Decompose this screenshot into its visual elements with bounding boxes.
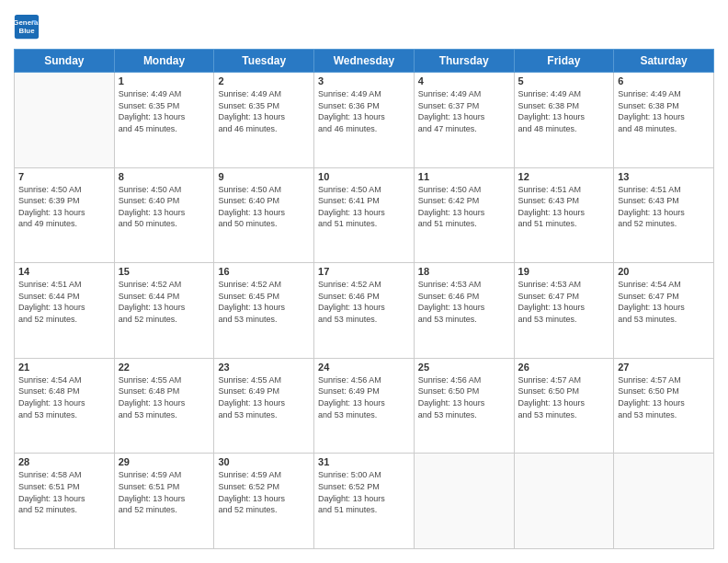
- cell-info: Sunrise: 4:52 AM Sunset: 6:44 PM Dayligh…: [119, 279, 210, 325]
- calendar-week-row: 7Sunrise: 4:50 AM Sunset: 6:39 PM Daylig…: [15, 167, 714, 263]
- page: General Blue SundayMondayTuesdayWednesda…: [0, 0, 728, 563]
- calendar-cell: 14Sunrise: 4:51 AM Sunset: 6:44 PM Dayli…: [15, 263, 115, 359]
- cell-info: Sunrise: 4:56 AM Sunset: 6:50 PM Dayligh…: [418, 374, 510, 420]
- calendar-day-header: Monday: [114, 50, 214, 73]
- calendar-day-header: Wednesday: [314, 50, 415, 73]
- cell-info: Sunrise: 4:56 AM Sunset: 6:49 PM Dayligh…: [318, 374, 410, 420]
- day-number: 1: [119, 75, 210, 86]
- calendar-header-row: SundayMondayTuesdayWednesdayThursdayFrid…: [15, 50, 714, 73]
- day-number: 19: [518, 266, 610, 277]
- calendar-cell: 2Sunrise: 4:49 AM Sunset: 6:35 PM Daylig…: [214, 73, 314, 168]
- day-number: 3: [318, 75, 410, 86]
- logo-icon: General Blue: [14, 14, 40, 40]
- day-number: 11: [418, 171, 510, 182]
- day-number: 20: [618, 266, 710, 277]
- cell-info: Sunrise: 4:50 AM Sunset: 6:40 PM Dayligh…: [119, 184, 210, 230]
- calendar-cell: 29Sunrise: 4:59 AM Sunset: 6:51 PM Dayli…: [114, 454, 214, 549]
- day-number: 4: [418, 75, 510, 86]
- calendar-cell: 4Sunrise: 4:49 AM Sunset: 6:37 PM Daylig…: [414, 73, 514, 168]
- day-number: 25: [418, 362, 510, 373]
- cell-info: Sunrise: 4:52 AM Sunset: 6:45 PM Dayligh…: [218, 279, 310, 325]
- cell-info: Sunrise: 4:49 AM Sunset: 6:35 PM Dayligh…: [218, 88, 310, 134]
- calendar-cell: 24Sunrise: 4:56 AM Sunset: 6:49 PM Dayli…: [314, 358, 415, 454]
- calendar-cell: 10Sunrise: 4:50 AM Sunset: 6:41 PM Dayli…: [314, 167, 415, 263]
- cell-info: Sunrise: 4:50 AM Sunset: 6:40 PM Dayligh…: [218, 184, 310, 230]
- calendar-table: SundayMondayTuesdayWednesdayThursdayFrid…: [14, 49, 714, 549]
- day-number: 9: [218, 171, 310, 182]
- day-number: 26: [518, 362, 610, 373]
- calendar-cell: 11Sunrise: 4:50 AM Sunset: 6:42 PM Dayli…: [414, 167, 514, 263]
- calendar-cell: 9Sunrise: 4:50 AM Sunset: 6:40 PM Daylig…: [214, 167, 314, 263]
- day-number: 15: [119, 266, 210, 277]
- calendar-cell: 22Sunrise: 4:55 AM Sunset: 6:48 PM Dayli…: [114, 358, 214, 454]
- cell-info: Sunrise: 4:51 AM Sunset: 6:43 PM Dayligh…: [618, 184, 710, 230]
- calendar-day-header: Friday: [514, 50, 614, 73]
- logo: General Blue: [14, 14, 43, 40]
- day-number: 28: [18, 456, 110, 467]
- day-number: 23: [218, 362, 310, 373]
- calendar-week-row: 14Sunrise: 4:51 AM Sunset: 6:44 PM Dayli…: [15, 263, 714, 359]
- calendar-cell: 18Sunrise: 4:53 AM Sunset: 6:46 PM Dayli…: [414, 263, 514, 359]
- day-number: 13: [618, 171, 710, 182]
- cell-info: Sunrise: 4:53 AM Sunset: 6:46 PM Dayligh…: [418, 279, 510, 325]
- cell-info: Sunrise: 4:53 AM Sunset: 6:47 PM Dayligh…: [518, 279, 610, 325]
- day-number: 24: [318, 362, 410, 373]
- calendar-cell: 7Sunrise: 4:50 AM Sunset: 6:39 PM Daylig…: [15, 167, 115, 263]
- day-number: 16: [218, 266, 310, 277]
- cell-info: Sunrise: 5:00 AM Sunset: 6:52 PM Dayligh…: [318, 469, 410, 515]
- calendar-day-header: Saturday: [614, 50, 714, 73]
- calendar-cell: 1Sunrise: 4:49 AM Sunset: 6:35 PM Daylig…: [114, 73, 214, 168]
- calendar-cell: 20Sunrise: 4:54 AM Sunset: 6:47 PM Dayli…: [614, 263, 714, 359]
- calendar-cell: 6Sunrise: 4:49 AM Sunset: 6:38 PM Daylig…: [614, 73, 714, 168]
- day-number: 21: [18, 362, 110, 373]
- day-number: 17: [318, 266, 410, 277]
- calendar-day-header: Sunday: [15, 50, 115, 73]
- day-number: 2: [218, 75, 310, 86]
- calendar-cell: 16Sunrise: 4:52 AM Sunset: 6:45 PM Dayli…: [214, 263, 314, 359]
- calendar-week-row: 28Sunrise: 4:58 AM Sunset: 6:51 PM Dayli…: [15, 454, 714, 549]
- cell-info: Sunrise: 4:52 AM Sunset: 6:46 PM Dayligh…: [318, 279, 410, 325]
- calendar-day-header: Tuesday: [214, 50, 314, 73]
- day-number: 27: [618, 362, 710, 373]
- day-number: 6: [618, 75, 710, 86]
- calendar-cell: 8Sunrise: 4:50 AM Sunset: 6:40 PM Daylig…: [114, 167, 214, 263]
- svg-text:Blue: Blue: [18, 27, 35, 35]
- calendar-cell: 21Sunrise: 4:54 AM Sunset: 6:48 PM Dayli…: [15, 358, 115, 454]
- cell-info: Sunrise: 4:58 AM Sunset: 6:51 PM Dayligh…: [18, 469, 110, 515]
- cell-info: Sunrise: 4:55 AM Sunset: 6:48 PM Dayligh…: [119, 374, 210, 420]
- day-number: 18: [418, 266, 510, 277]
- day-number: 31: [318, 456, 410, 467]
- cell-info: Sunrise: 4:59 AM Sunset: 6:52 PM Dayligh…: [218, 469, 310, 515]
- day-number: 30: [218, 456, 310, 467]
- cell-info: Sunrise: 4:54 AM Sunset: 6:48 PM Dayligh…: [18, 374, 110, 420]
- calendar-cell: 17Sunrise: 4:52 AM Sunset: 6:46 PM Dayli…: [314, 263, 415, 359]
- cell-info: Sunrise: 4:49 AM Sunset: 6:37 PM Dayligh…: [418, 88, 510, 134]
- cell-info: Sunrise: 4:49 AM Sunset: 6:36 PM Dayligh…: [318, 88, 410, 134]
- calendar-cell: 25Sunrise: 4:56 AM Sunset: 6:50 PM Dayli…: [414, 358, 514, 454]
- calendar-cell: 31Sunrise: 5:00 AM Sunset: 6:52 PM Dayli…: [314, 454, 415, 549]
- header: General Blue: [14, 14, 714, 40]
- cell-info: Sunrise: 4:59 AM Sunset: 6:51 PM Dayligh…: [119, 469, 210, 515]
- day-number: 14: [18, 266, 110, 277]
- cell-info: Sunrise: 4:50 AM Sunset: 6:42 PM Dayligh…: [418, 184, 510, 230]
- calendar-cell: 3Sunrise: 4:49 AM Sunset: 6:36 PM Daylig…: [314, 73, 415, 168]
- calendar-day-header: Thursday: [414, 50, 514, 73]
- calendar-week-row: 21Sunrise: 4:54 AM Sunset: 6:48 PM Dayli…: [15, 358, 714, 454]
- day-number: 5: [518, 75, 610, 86]
- calendar-cell: [514, 454, 614, 549]
- calendar-cell: 5Sunrise: 4:49 AM Sunset: 6:38 PM Daylig…: [514, 73, 614, 168]
- calendar-cell: 12Sunrise: 4:51 AM Sunset: 6:43 PM Dayli…: [514, 167, 614, 263]
- cell-info: Sunrise: 4:51 AM Sunset: 6:44 PM Dayligh…: [18, 279, 110, 325]
- calendar-cell: 15Sunrise: 4:52 AM Sunset: 6:44 PM Dayli…: [114, 263, 214, 359]
- cell-info: Sunrise: 4:57 AM Sunset: 6:50 PM Dayligh…: [518, 374, 610, 420]
- day-number: 8: [119, 171, 210, 182]
- cell-info: Sunrise: 4:50 AM Sunset: 6:41 PM Dayligh…: [318, 184, 410, 230]
- day-number: 12: [518, 171, 610, 182]
- calendar-week-row: 1Sunrise: 4:49 AM Sunset: 6:35 PM Daylig…: [15, 73, 714, 168]
- calendar-cell: [15, 73, 115, 168]
- calendar-cell: [414, 454, 514, 549]
- cell-info: Sunrise: 4:49 AM Sunset: 6:38 PM Dayligh…: [518, 88, 610, 134]
- cell-info: Sunrise: 4:50 AM Sunset: 6:39 PM Dayligh…: [18, 184, 110, 230]
- calendar-cell: 13Sunrise: 4:51 AM Sunset: 6:43 PM Dayli…: [614, 167, 714, 263]
- cell-info: Sunrise: 4:55 AM Sunset: 6:49 PM Dayligh…: [218, 374, 310, 420]
